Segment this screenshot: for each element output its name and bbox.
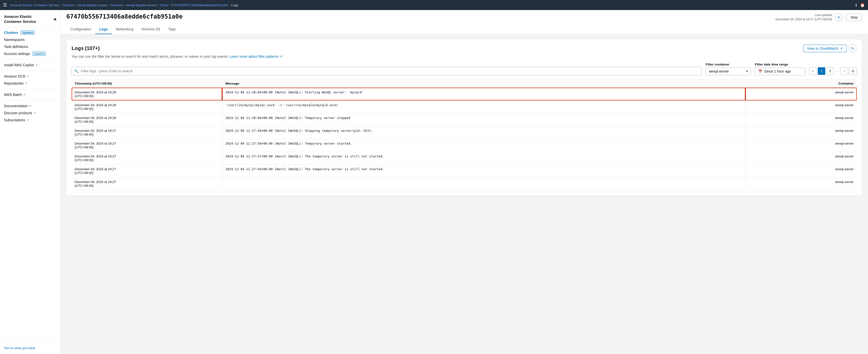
repositories-label: Repositories bbox=[4, 81, 24, 85]
top-nav-right: ℹ ⏰ bbox=[856, 3, 865, 7]
sidebar-item-namespaces[interactable]: Namespaces bbox=[0, 36, 60, 43]
page-1-button[interactable]: 1 bbox=[818, 67, 825, 75]
calendar-icon: 📅 bbox=[758, 69, 762, 73]
breadcrumb-clusters[interactable]: Clusters bbox=[62, 3, 74, 7]
documentation-label: Documentation bbox=[4, 104, 28, 108]
prev-page-button[interactable]: ‹ bbox=[809, 67, 817, 75]
log-table-body: December 04, 2024 at 19:28(UTC+08:00) 20… bbox=[72, 87, 857, 190]
tab-configuration[interactable]: Configuration bbox=[66, 25, 95, 34]
sidebar-item-repositories[interactable]: Repositories ↗ bbox=[0, 80, 60, 87]
cloudwatch-external-icon: ↗ bbox=[840, 46, 843, 50]
filter-container-label: Filter container bbox=[706, 63, 751, 66]
sep-3: › bbox=[108, 3, 110, 6]
container-cell: wesql-server bbox=[745, 100, 857, 113]
sidebar-item-task-definitions[interactable]: Task definitions bbox=[0, 43, 60, 50]
stop-button[interactable]: Stop bbox=[846, 13, 862, 21]
filter-datetime-picker[interactable]: 📅 Since 1 hour ago bbox=[755, 67, 805, 75]
table-row: December 04, 2024 at 19:28(UTC+08:00) '/… bbox=[72, 100, 857, 113]
search-icon: 🔍 bbox=[74, 69, 79, 73]
filter-search-input[interactable] bbox=[72, 67, 702, 75]
app-layout: Amazon ElasticContainer Service ◀ Cluste… bbox=[0, 10, 868, 354]
page-2-button[interactable]: 2 bbox=[826, 67, 834, 75]
sidebar-item-account-settings-label: Account settings bbox=[4, 52, 30, 56]
filter-datetime-value: Since 1 hour ago bbox=[764, 69, 791, 73]
sidebar-footer: Tell us what you think bbox=[0, 342, 60, 354]
timestamp-cell: December 04, 2024 at 19:27(UTC+08:00) bbox=[72, 152, 222, 165]
breadcrumb-services[interactable]: Services bbox=[111, 3, 123, 7]
logs-refresh-button[interactable]: ↻ bbox=[849, 44, 857, 52]
filter-container-select[interactable]: wesql-server bbox=[706, 67, 751, 75]
container-cell: wesql-server bbox=[745, 165, 857, 177]
sep-4: › bbox=[124, 3, 125, 6]
pagination-container: ‹ 1 2 ... › ⚙ bbox=[809, 67, 857, 75]
table-settings-button[interactable]: ⚙ bbox=[849, 67, 857, 75]
filter-container-select-wrapper: wesql-server ▼ bbox=[706, 67, 751, 75]
timestamp-cell: December 04, 2024 at 19:28(UTC+08:00) bbox=[72, 87, 222, 101]
last-updated-info: Last updated December 04, 2024 at 19:27 … bbox=[776, 13, 832, 22]
clock-icon[interactable]: ⏰ bbox=[860, 3, 865, 7]
tab-tags[interactable]: Tags bbox=[164, 25, 180, 34]
col-container: Container bbox=[745, 79, 857, 87]
sidebar-item-task-definitions-label: Task definitions bbox=[4, 45, 28, 49]
next-page-button[interactable]: › bbox=[841, 67, 848, 75]
tab-volumes[interactable]: Volumes (0) bbox=[137, 25, 164, 34]
logs-panel: Logs (107+) View in CloudWatch ↗ ↻ You c… bbox=[66, 39, 862, 196]
breadcrumb-cluster-name[interactable]: wesql-fargate-cluster bbox=[78, 3, 108, 7]
sidebar-item-documentation[interactable]: Documentation ↗ bbox=[0, 102, 60, 109]
filter-search-container: 🔍 bbox=[72, 67, 702, 75]
table-row: December 04, 2024 at 19:27(UTC+08:00) 20… bbox=[72, 126, 857, 139]
container-cell: wesql-server bbox=[745, 152, 857, 165]
message-cell: 2024-12-04 11:27:58+00:00 [Note] [WeSQL]… bbox=[222, 139, 745, 152]
breadcrumb-service-name[interactable]: wesql-fargate-service bbox=[126, 3, 157, 7]
aws-batch-label: AWS Batch bbox=[4, 93, 22, 97]
breadcrumb-tasks[interactable]: Tasks bbox=[160, 3, 168, 7]
filter-container-group: Filter container wesql-server ▼ bbox=[706, 63, 751, 75]
table-row-partial: December 04, 2024 at 19:27(UTC+08:00) we… bbox=[72, 177, 857, 190]
subscriptions-label: Subscriptions bbox=[4, 118, 25, 122]
main-content: 67470b556713406a8edde6cfab951a0e Last up… bbox=[60, 10, 868, 354]
feedback-link[interactable]: Tell us what you think bbox=[4, 346, 35, 350]
table-row: December 04, 2024 at 19:27(UTC+08:00) 20… bbox=[72, 165, 857, 177]
sidebar-item-namespaces-label: Namespaces bbox=[4, 38, 25, 42]
table-row: December 04, 2024 at 19:28(UTC+08:00) 20… bbox=[72, 113, 857, 126]
content-area: Logs (107+) View in CloudWatch ↗ ↻ You c… bbox=[60, 34, 868, 201]
sidebar-item-install-copilot[interactable]: Install AWS Copilot ↗ bbox=[0, 62, 60, 69]
message-cell: '/var/lib/mysql/mysql.sock' -> '/var/run… bbox=[222, 100, 745, 113]
view-in-cloudwatch-button[interactable]: View in CloudWatch ↗ bbox=[803, 45, 847, 52]
sidebar-divider-1 bbox=[0, 59, 60, 60]
sidebar-item-subscriptions[interactable]: Subscriptions ↗ bbox=[0, 116, 60, 123]
message-cell: 2024-12-04 11:28:04+00:00 [Note] [WeSQL]… bbox=[222, 87, 745, 101]
timestamp-cell: December 04, 2024 at 19:27(UTC+08:00) bbox=[72, 165, 222, 177]
filter-datetime-group: Filter date time range 📅 Since 1 hour ag… bbox=[755, 63, 805, 75]
logs-title: Logs (107+) bbox=[72, 45, 100, 51]
hamburger-icon[interactable]: ☰ bbox=[3, 2, 7, 8]
filter-patterns-link[interactable]: Learn more about filter patterns ↗ bbox=[229, 55, 282, 59]
amazon-ecr-label: Amazon ECR bbox=[4, 74, 25, 78]
tab-logs[interactable]: Logs bbox=[95, 25, 112, 34]
breadcrumb: Amazon Elastic Container Service › Clust… bbox=[10, 3, 854, 7]
sidebar-item-account-settings[interactable]: Account settings Updated bbox=[0, 50, 60, 57]
docs-external-icon: ↗ bbox=[29, 104, 31, 108]
sidebar-item-amazon-ecr[interactable]: Amazon ECR ↗ bbox=[0, 73, 60, 80]
sidebar-item-clusters[interactable]: Clusters Updated bbox=[0, 29, 60, 36]
sidebar-collapse-button[interactable]: ◀ bbox=[53, 16, 56, 21]
message-cell: 2024-12-04 11:28:04+00:00 [Note] [WeSQL]… bbox=[222, 113, 745, 126]
timestamp-cell-partial: December 04, 2024 at 19:27(UTC+08:00) bbox=[72, 177, 222, 190]
clusters-updated-badge: Updated bbox=[21, 31, 35, 35]
breadcrumb-task-id[interactable]: 67470b556713406a8edde6cfab951a0e bbox=[172, 3, 228, 7]
account-updated-badge: Updated bbox=[32, 52, 46, 56]
subs-external-icon: ↗ bbox=[26, 118, 29, 122]
log-table: Timestamp (UTC+08:00) Message Container … bbox=[72, 79, 857, 190]
logs-description: You can use the filter bar below to sear… bbox=[72, 55, 857, 59]
log-table-header: Timestamp (UTC+08:00) Message Container bbox=[72, 79, 857, 87]
refresh-button[interactable]: ↻ bbox=[835, 13, 843, 21]
message-cell: 2024-12-04 11:27:57+00:00 [Warn] [WeSQL]… bbox=[222, 152, 745, 165]
tabs-bar: Configuration Logs Networking Volumes (0… bbox=[66, 25, 862, 34]
info-icon[interactable]: ℹ bbox=[856, 3, 857, 7]
sidebar-item-discover-products[interactable]: Discover products ↗ bbox=[0, 109, 60, 116]
tab-networking[interactable]: Networking bbox=[112, 25, 137, 34]
breadcrumb-ecs[interactable]: Amazon Elastic Container Service bbox=[10, 3, 60, 7]
message-cell: 2024-12-04 11:27:58+00:00 [Note] [WeSQL]… bbox=[222, 126, 745, 139]
sidebar-item-aws-batch[interactable]: AWS Batch ↗ bbox=[0, 91, 60, 98]
page-dots: ... bbox=[835, 69, 840, 73]
